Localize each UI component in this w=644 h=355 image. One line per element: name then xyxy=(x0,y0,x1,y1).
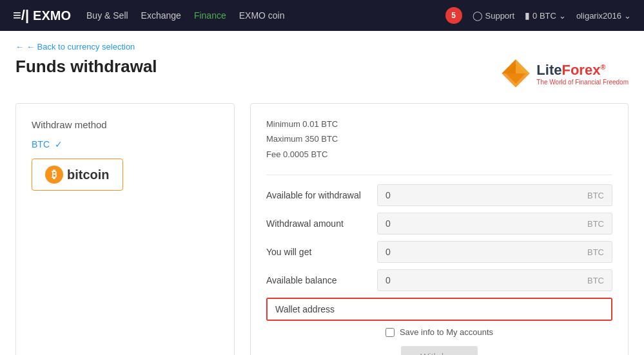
method-name: BTC xyxy=(32,139,50,149)
back-arrow-icon: ← xyxy=(15,42,24,52)
header: ≡/| EXMO Buy & Sell Exchange Finance EXM… xyxy=(0,0,644,31)
page-wrapper: ← ← Back to currency selection Funds wit… xyxy=(0,31,644,355)
svg-marker-2 xyxy=(516,59,530,73)
right-panel: Minimum 0.01 BTC Maximum 350 BTC Fee 0.0… xyxy=(250,103,629,355)
logo-icon: ≡/| xyxy=(13,7,29,24)
withdrawal-amount-unit: BTC xyxy=(587,219,604,229)
back-link[interactable]: ← ← Back to currency selection xyxy=(15,42,135,52)
panels: Withdraw method BTC ✓ ₿ bitcoin Minimum … xyxy=(15,103,629,355)
left-panel: Withdraw method BTC ✓ ₿ bitcoin xyxy=(15,103,235,355)
liteforex-text: LiteForex® The World of Financial Freedo… xyxy=(536,62,629,86)
wallet-button[interactable]: ▮ 0 BTC ⌄ xyxy=(525,10,566,21)
bitcoin-button[interactable]: ₿ bitcoin xyxy=(32,158,123,191)
withdraw-method-label: Withdraw method xyxy=(32,119,219,130)
available-balance-field: 0 BTC xyxy=(377,269,612,291)
available-withdrawal-label: Available for withdrawal xyxy=(266,190,369,200)
page-header: Funds withdrawal LiteForex® The World of… xyxy=(15,57,629,90)
max-info: Maximum 350 BTC xyxy=(266,131,612,146)
support-button[interactable]: ◯ Support xyxy=(473,10,515,21)
available-balance-unit: BTC xyxy=(587,276,604,285)
fee-info: Fee 0.0005 BTC xyxy=(266,147,612,162)
support-icon: ◯ xyxy=(473,10,483,21)
notification-badge[interactable]: 5 xyxy=(445,7,462,24)
you-will-get-unit: BTC xyxy=(587,247,604,257)
user-menu[interactable]: oligarix2016 ⌄ xyxy=(576,11,631,21)
available-withdrawal-row: Available for withdrawal 0 BTC xyxy=(266,184,612,206)
liteforex-diamond-icon xyxy=(499,57,532,90)
nav-finance[interactable]: Finance xyxy=(194,10,226,21)
wallet-chevron-icon: ⌄ xyxy=(559,11,566,21)
bitcoin-icon: ₿ xyxy=(45,166,63,184)
logo[interactable]: ≡/| EXMO xyxy=(13,7,71,24)
available-balance-value: 0 xyxy=(385,275,391,285)
liteforex-logo[interactable]: LiteForex® The World of Financial Freedo… xyxy=(499,57,629,90)
wallet-address-row: Wallet address xyxy=(266,298,612,321)
bitcoin-label: bitcoin xyxy=(67,168,110,182)
withdrawal-amount-value: 0 xyxy=(385,218,391,229)
wallet-icon: ▮ xyxy=(525,10,530,21)
withdrawal-amount-row: Withdrawal amount 0 BTC xyxy=(266,213,612,235)
page-title: Funds withdrawal xyxy=(15,57,157,77)
save-info-checkbox[interactable] xyxy=(385,328,395,337)
main-nav: Buy & Sell Exchange Finance EXMO coin xyxy=(86,10,429,21)
logo-text: EXMO xyxy=(33,8,71,23)
divider xyxy=(266,175,612,175)
save-info-row: Save info to My accounts xyxy=(266,327,612,337)
you-will-get-value: 0 xyxy=(385,247,391,257)
available-withdrawal-field: 0 BTC xyxy=(377,184,612,206)
wallet-address-label: Wallet address xyxy=(268,299,369,320)
available-withdrawal-value: 0 xyxy=(385,190,391,200)
nav-buy-sell[interactable]: Buy & Sell xyxy=(86,10,128,21)
header-right: 5 ◯ Support ▮ 0 BTC ⌄ oligarix2016 ⌄ xyxy=(445,7,632,24)
wallet-address-input[interactable] xyxy=(377,299,611,320)
available-balance-row: Available balance 0 BTC xyxy=(266,269,612,291)
user-chevron-icon: ⌄ xyxy=(624,11,631,21)
you-will-get-field: 0 BTC xyxy=(377,241,612,263)
method-select: BTC ✓ xyxy=(32,139,219,149)
checkmark-icon: ✓ xyxy=(55,139,63,149)
info-block: Minimum 0.01 BTC Maximum 350 BTC Fee 0.0… xyxy=(266,117,612,162)
available-balance-label: Available balance xyxy=(266,275,369,285)
you-will-get-row: You will get 0 BTC xyxy=(266,241,612,263)
withdrawal-amount-label: Withdrawal amount xyxy=(266,218,369,229)
withdrawal-amount-field[interactable]: 0 BTC xyxy=(377,213,612,235)
min-info: Minimum 0.01 BTC xyxy=(266,117,612,131)
save-info-label: Save info to My accounts xyxy=(400,327,493,337)
available-withdrawal-unit: BTC xyxy=(587,191,604,200)
nav-exchange[interactable]: Exchange xyxy=(141,10,181,21)
you-will-get-label: You will get xyxy=(266,247,369,257)
nav-exmo-coin[interactable]: EXMO coin xyxy=(239,10,285,21)
withdraw-button[interactable]: Withdraw xyxy=(401,346,477,355)
svg-marker-3 xyxy=(502,59,516,73)
